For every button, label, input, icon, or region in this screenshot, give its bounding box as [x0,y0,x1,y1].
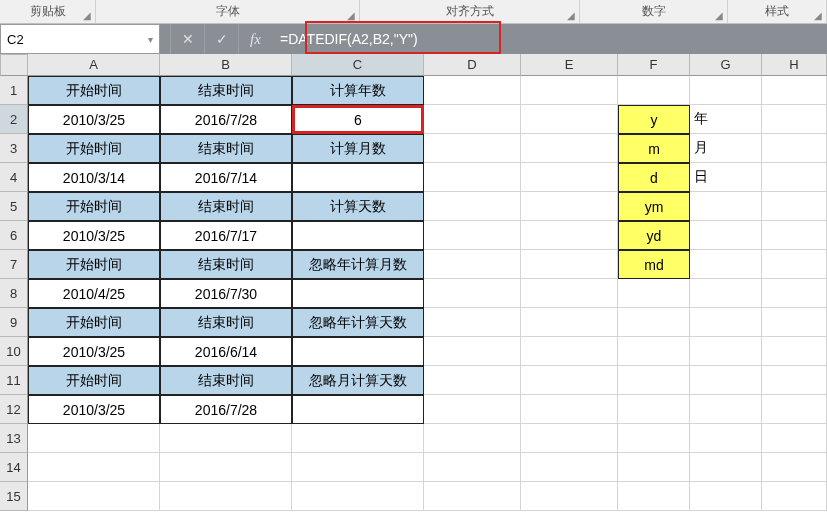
cell-C3[interactable]: 计算月数 [292,134,424,163]
cell-B7[interactable]: 结束时间 [160,250,292,279]
cell-A6[interactable]: 2010/3/25 [28,221,160,250]
cell-E1[interactable] [521,76,618,105]
cell-E5[interactable] [521,192,618,221]
dialog-launcher-icon[interactable]: ◢ [83,10,91,21]
row-header-11[interactable]: 11 [0,366,28,395]
name-box-dropdown-icon[interactable]: ▾ [148,34,153,45]
cell-E4[interactable] [521,163,618,192]
dialog-launcher-icon[interactable]: ◢ [814,10,822,21]
cell-F11[interactable] [618,366,690,395]
cell-H4[interactable] [762,163,827,192]
cell-H2[interactable] [762,105,827,134]
column-header-D[interactable]: D [424,54,521,76]
row-header-15[interactable]: 15 [0,482,28,511]
cell-C13[interactable] [292,424,424,453]
cell-A12[interactable]: 2010/3/25 [28,395,160,424]
cell-A1[interactable]: 开始时间 [28,76,160,105]
cell-G9[interactable] [690,308,762,337]
cell-C1[interactable]: 计算年数 [292,76,424,105]
column-header-G[interactable]: G [690,54,762,76]
cell-B14[interactable] [160,453,292,482]
cell-A13[interactable] [28,424,160,453]
cell-D1[interactable] [424,76,521,105]
cell-H15[interactable] [762,482,827,511]
cell-C8[interactable] [292,279,424,308]
cell-F7[interactable]: md [618,250,690,279]
cell-B13[interactable] [160,424,292,453]
column-header-B[interactable]: B [160,54,292,76]
cell-G6[interactable] [690,221,762,250]
cell-B5[interactable]: 结束时间 [160,192,292,221]
cell-G10[interactable] [690,337,762,366]
cell-E10[interactable] [521,337,618,366]
cell-B8[interactable]: 2016/7/30 [160,279,292,308]
cell-E12[interactable] [521,395,618,424]
row-header-7[interactable]: 7 [0,250,28,279]
row-header-14[interactable]: 14 [0,453,28,482]
cell-G15[interactable] [690,482,762,511]
cell-G13[interactable] [690,424,762,453]
cell-G11[interactable] [690,366,762,395]
cell-G7[interactable] [690,250,762,279]
cell-H3[interactable] [762,134,827,163]
row-header-12[interactable]: 12 [0,395,28,424]
cell-A3[interactable]: 开始时间 [28,134,160,163]
cell-A5[interactable]: 开始时间 [28,192,160,221]
cell-H5[interactable] [762,192,827,221]
cell-B6[interactable]: 2016/7/17 [160,221,292,250]
cell-E11[interactable] [521,366,618,395]
cell-F5[interactable]: ym [618,192,690,221]
cell-C9[interactable]: 忽略年计算天数 [292,308,424,337]
cell-C15[interactable] [292,482,424,511]
cell-C5[interactable]: 计算天数 [292,192,424,221]
cell-H10[interactable] [762,337,827,366]
spreadsheet-grid[interactable]: ABCDEFGH 1开始时间结束时间计算年数22010/3/252016/7/2… [0,54,827,511]
cell-D15[interactable] [424,482,521,511]
row-header-10[interactable]: 10 [0,337,28,366]
dialog-launcher-icon[interactable]: ◢ [715,10,723,21]
cell-D3[interactable] [424,134,521,163]
cell-F2[interactable]: y [618,105,690,134]
cell-F6[interactable]: yd [618,221,690,250]
cell-B2[interactable]: 2016/7/28 [160,105,292,134]
cell-H9[interactable] [762,308,827,337]
cell-E15[interactable] [521,482,618,511]
cell-A10[interactable]: 2010/3/25 [28,337,160,366]
cell-B4[interactable]: 2016/7/14 [160,163,292,192]
cell-A15[interactable] [28,482,160,511]
cell-C7[interactable]: 忽略年计算月数 [292,250,424,279]
cell-F9[interactable] [618,308,690,337]
cell-D8[interactable] [424,279,521,308]
cell-D5[interactable] [424,192,521,221]
row-header-1[interactable]: 1 [0,76,28,105]
insert-function-button[interactable]: fx [238,24,272,54]
dialog-launcher-icon[interactable]: ◢ [567,10,575,21]
cell-C12[interactable] [292,395,424,424]
row-header-8[interactable]: 8 [0,279,28,308]
cell-H1[interactable] [762,76,827,105]
cell-B3[interactable]: 结束时间 [160,134,292,163]
cell-H6[interactable] [762,221,827,250]
cell-D9[interactable] [424,308,521,337]
cell-G14[interactable] [690,453,762,482]
cell-G4[interactable]: 日 [690,163,762,192]
cell-G3[interactable]: 月 [690,134,762,163]
column-header-C[interactable]: C [292,54,424,76]
cell-D14[interactable] [424,453,521,482]
cell-C11[interactable]: 忽略月计算天数 [292,366,424,395]
cell-B10[interactable]: 2016/6/14 [160,337,292,366]
cell-F8[interactable] [618,279,690,308]
cell-D10[interactable] [424,337,521,366]
select-all-corner[interactable] [0,54,28,76]
cell-F3[interactable]: m [618,134,690,163]
cell-G5[interactable] [690,192,762,221]
cell-A4[interactable]: 2010/3/14 [28,163,160,192]
cell-H14[interactable] [762,453,827,482]
cell-B11[interactable]: 结束时间 [160,366,292,395]
cell-E13[interactable] [521,424,618,453]
cell-G1[interactable] [690,76,762,105]
cell-H7[interactable] [762,250,827,279]
cell-F1[interactable] [618,76,690,105]
cell-A9[interactable]: 开始时间 [28,308,160,337]
cell-H11[interactable] [762,366,827,395]
